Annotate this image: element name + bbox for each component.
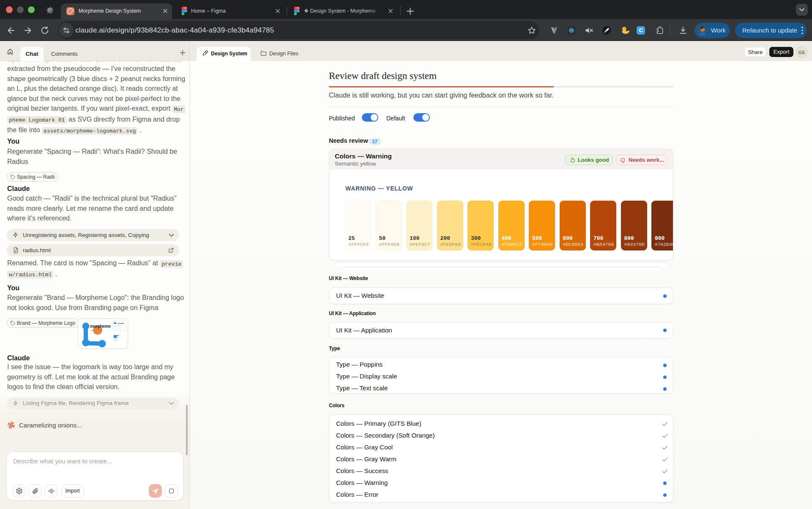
svg-text:morpheme: morpheme [90, 324, 111, 329]
svg-text:BRAND SYSTEM: BRAND SYSTEM [90, 330, 102, 332]
svg-text:morpher: morpher [117, 322, 124, 324]
